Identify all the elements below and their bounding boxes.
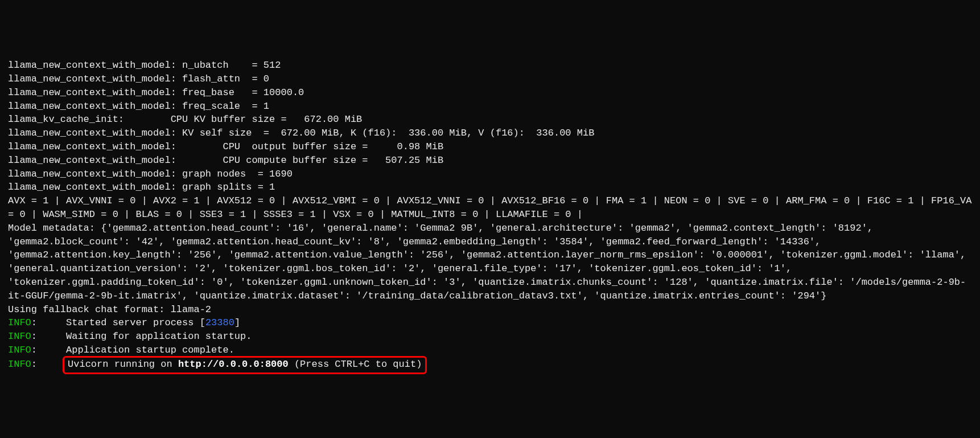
log-line: llama_new_context_with_model: KV self si… (8, 126, 972, 140)
log-line: llama_new_context_with_model: freq_base … (8, 86, 972, 100)
log-line: llama_new_context_with_model: graph node… (8, 167, 972, 181)
log-message: ] (234, 317, 240, 328)
terminal-output: llama_new_context_with_model: n_ubatch =… (8, 59, 972, 374)
uvicorn-text: Uvicorn running on (68, 359, 178, 370)
log-line-info-complete: INFO: Application startup complete. (8, 343, 972, 357)
quit-hint: (Press CTRL+C to quit) (289, 359, 422, 370)
info-label: INFO (8, 331, 31, 342)
server-url: http://0.0.0.0:8000 (178, 359, 289, 370)
log-line: llama_new_context_with_model: CPU comput… (8, 154, 972, 167)
log-line: llama_kv_cache_init: CPU KV buffer size … (8, 113, 972, 126)
log-line-cpu-features: AVX = 1 | AVX_VNNI = 0 | AVX2 = 1 | AVX5… (8, 194, 972, 222)
log-line-info-uvicorn: INFO: Uvicorn running on http://0.0.0.0:… (8, 357, 972, 374)
log-message: : Waiting for application startup. (31, 331, 252, 342)
log-line: llama_new_context_with_model: graph spli… (8, 181, 972, 194)
process-id: 23380 (205, 317, 234, 328)
log-line-chat-format: Using fallback chat format: llama-2 (8, 303, 972, 317)
log-message: : Application startup complete. (31, 345, 234, 355)
highlight-annotation: Uvicorn running on http://0.0.0.0:8000 (… (63, 356, 427, 374)
log-message: : Started server process [ (31, 317, 205, 328)
info-label: INFO (8, 359, 31, 370)
info-label: INFO (8, 345, 31, 355)
info-label: INFO (8, 317, 31, 328)
log-line: llama_new_context_with_model: flash_attn… (8, 72, 972, 86)
log-line: llama_new_context_with_model: freq_scale… (8, 100, 972, 113)
log-line: llama_new_context_with_model: n_ubatch =… (8, 59, 972, 72)
log-line-info-started: INFO: Started server process [23380] (8, 316, 972, 330)
log-separator: : (31, 359, 66, 370)
log-line: llama_new_context_with_model: CPU output… (8, 140, 972, 154)
log-line-info-waiting: INFO: Waiting for application startup. (8, 330, 972, 343)
log-line-model-metadata: Model metadata: {'gemma2.attention.head_… (8, 222, 972, 303)
